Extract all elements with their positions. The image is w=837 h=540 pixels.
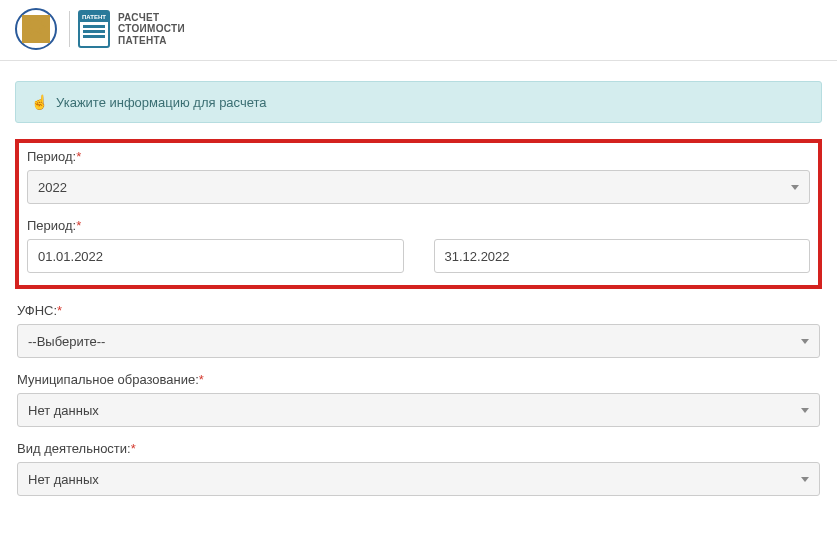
header-divider <box>69 11 70 47</box>
ufns-value: --Выберите-- <box>28 334 105 349</box>
title-line-1: РАСЧЕТ <box>118 12 185 24</box>
period-end-input[interactable] <box>434 239 811 273</box>
ufns-group: УФНС:* --Выберите-- <box>15 303 822 358</box>
ufns-select[interactable]: --Выберите-- <box>17 324 820 358</box>
title-line-2: СТОИМОСТИ <box>118 23 185 35</box>
highlighted-period-section: Период:* 2022 Период:* <box>15 139 822 289</box>
municipality-group: Муниципальное образование:* Нет данных <box>15 372 822 427</box>
info-text: Укажите информацию для расчета <box>56 95 267 110</box>
required-marker: * <box>131 441 136 456</box>
activity-label: Вид деятельности: <box>17 441 131 456</box>
period-range-label: Период: <box>27 218 76 233</box>
title-line-3: ПАТЕНТА <box>118 35 185 47</box>
app-title: РАСЧЕТ СТОИМОСТИ ПАТЕНТА <box>118 12 185 47</box>
municipality-label: Муниципальное образование: <box>17 372 199 387</box>
required-marker: * <box>76 218 81 233</box>
period-year-label: Период: <box>27 149 76 164</box>
form-content: ☝ Укажите информацию для расчета Период:… <box>0 61 837 496</box>
info-banner: ☝ Укажите информацию для расчета <box>15 81 822 123</box>
chevron-down-icon <box>801 408 809 413</box>
eagle-icon <box>22 15 50 43</box>
chevron-down-icon <box>801 477 809 482</box>
state-emblem-icon <box>15 8 57 50</box>
activity-select[interactable]: Нет данных <box>17 462 820 496</box>
patent-badge-label: ПАТЕНТ <box>80 12 108 22</box>
municipality-value: Нет данных <box>28 403 99 418</box>
hand-point-icon: ☝ <box>31 94 48 110</box>
ufns-label: УФНС: <box>17 303 57 318</box>
activity-value: Нет данных <box>28 472 99 487</box>
period-year-group: Период:* 2022 <box>27 149 810 204</box>
chevron-down-icon <box>801 339 809 344</box>
patent-icon: ПАТЕНТ <box>78 10 110 48</box>
app-header: ПАТЕНТ РАСЧЕТ СТОИМОСТИ ПАТЕНТА <box>0 0 837 61</box>
municipality-select[interactable]: Нет данных <box>17 393 820 427</box>
required-marker: * <box>76 149 81 164</box>
required-marker: * <box>199 372 204 387</box>
chevron-down-icon <box>791 185 799 190</box>
period-start-input[interactable] <box>27 239 404 273</box>
period-range-group: Период:* <box>27 218 810 273</box>
required-marker: * <box>57 303 62 318</box>
period-year-select[interactable]: 2022 <box>27 170 810 204</box>
activity-group: Вид деятельности:* Нет данных <box>15 441 822 496</box>
period-year-value: 2022 <box>38 180 67 195</box>
